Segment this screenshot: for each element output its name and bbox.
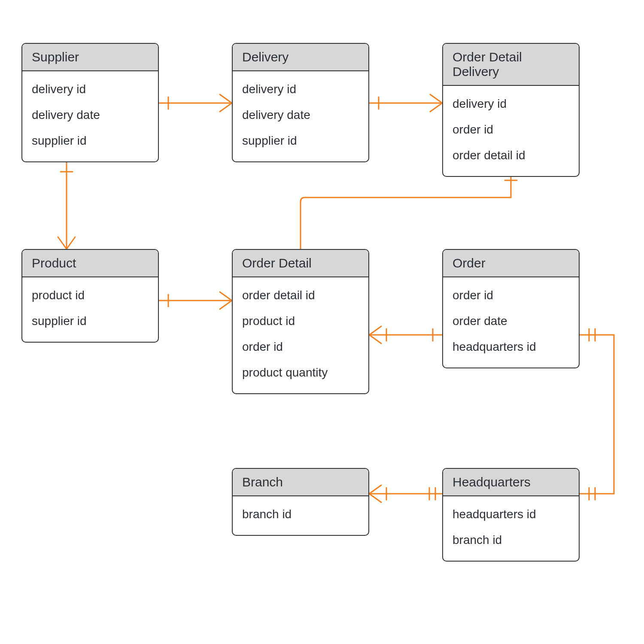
entity-attr: delivery date <box>242 102 359 128</box>
svg-line-14 <box>220 292 232 301</box>
entity-delivery[interactable]: Delivery delivery id delivery date suppl… <box>232 43 369 162</box>
entity-order-detail[interactable]: Order Detail order detail id product id … <box>232 249 369 394</box>
entity-attr: supplier id <box>32 128 149 154</box>
entity-attr: product quantity <box>242 360 359 386</box>
entity-branch[interactable]: Branch branch id <box>232 468 369 536</box>
svg-line-7 <box>430 103 442 112</box>
entity-title: Headquarters <box>443 469 579 496</box>
entity-attrs: delivery id delivery date supplier id <box>22 71 158 161</box>
entity-attr: delivery id <box>453 91 569 117</box>
entity-supplier[interactable]: Supplier delivery id delivery date suppl… <box>21 43 159 162</box>
entity-title: Branch <box>233 469 368 496</box>
entity-attr: delivery id <box>242 76 359 102</box>
entity-attr: branch id <box>242 501 359 527</box>
entity-attr: supplier id <box>242 128 359 154</box>
entity-attr: branch id <box>453 527 569 553</box>
entity-title: Supplier <box>22 44 158 71</box>
svg-line-11 <box>67 237 75 249</box>
entity-product[interactable]: Product product id supplier id <box>21 249 159 343</box>
entity-order-detail-delivery[interactable]: Order Detail Delivery delivery id order … <box>442 43 580 177</box>
entity-attr: order id <box>453 117 569 143</box>
entity-attr: headquarters id <box>453 501 569 527</box>
entity-title: Order Detail <box>233 250 368 277</box>
svg-line-26 <box>369 494 381 502</box>
entity-attr: order id <box>453 283 569 308</box>
svg-line-18 <box>369 335 381 343</box>
entity-attrs: order id order date headquarters id <box>443 277 579 368</box>
svg-line-17 <box>369 326 381 335</box>
entity-attrs: delivery id order id order detail id <box>443 86 579 176</box>
entity-headquarters[interactable]: Headquarters headquarters id branch id <box>442 468 580 562</box>
entity-title: Product <box>22 250 158 277</box>
entity-attr: delivery id <box>32 76 149 102</box>
svg-line-3 <box>220 103 232 112</box>
er-diagram-canvas: Supplier delivery id delivery date suppl… <box>0 0 644 644</box>
entity-attrs: product id supplier id <box>22 277 158 342</box>
entity-title: Delivery <box>233 44 368 71</box>
svg-line-2 <box>220 94 232 103</box>
entity-attr: order detail id <box>453 143 569 168</box>
entity-attr: product id <box>32 283 149 308</box>
entity-attr: order id <box>242 334 359 360</box>
entity-order[interactable]: Order order id order date headquarters i… <box>442 249 580 368</box>
entity-attr: headquarters id <box>453 334 569 360</box>
svg-line-25 <box>369 485 381 494</box>
svg-line-6 <box>430 94 442 103</box>
svg-line-15 <box>220 301 232 309</box>
entity-attr: order date <box>453 308 569 334</box>
entity-attr: supplier id <box>32 308 149 334</box>
entity-attrs: branch id <box>233 496 368 535</box>
entity-attr: order detail id <box>242 283 359 308</box>
entity-attr: product id <box>242 308 359 334</box>
entity-title: Order <box>443 250 579 277</box>
entity-attrs: headquarters id branch id <box>443 496 579 561</box>
entity-title: Order Detail Delivery <box>443 44 579 86</box>
entity-attr: delivery date <box>32 102 149 128</box>
entity-attrs: order detail id product id order id prod… <box>233 277 368 393</box>
entity-attrs: delivery id delivery date supplier id <box>233 71 368 161</box>
svg-line-10 <box>58 237 67 249</box>
